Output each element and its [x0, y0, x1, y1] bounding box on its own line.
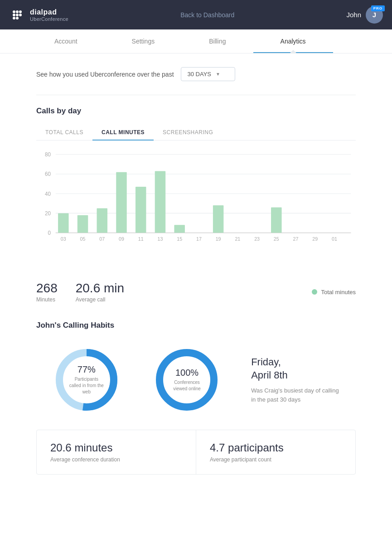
total-minutes-value: 268 [36, 281, 58, 296]
pro-badge-wrap: J PRO [366, 6, 383, 24]
svg-rect-27 [213, 205, 224, 233]
donut2-pct: 100% [169, 368, 205, 378]
bottom-stats: 20.6 minutes Average conference duration… [36, 430, 356, 475]
logo-subtitle: UberConference [30, 16, 68, 22]
svg-rect-20 [58, 213, 69, 233]
svg-text:29: 29 [312, 236, 318, 242]
svg-point-4 [13, 14, 15, 16]
donut-web-participants: 77% Participants called in from the web [50, 344, 123, 416]
svg-point-8 [16, 17, 19, 19]
svg-text:80: 80 [45, 151, 51, 158]
donut1-sub: Participants called in from the web [68, 376, 105, 395]
svg-rect-21 [77, 215, 88, 233]
tab-call-minutes[interactable]: CALL MINUTES [92, 125, 154, 140]
svg-text:23: 23 [254, 236, 260, 242]
bottom-stat-duration-value: 20.6 minutes [50, 441, 182, 454]
donut-conferences-online: 100% Conferences viewed online [150, 344, 223, 416]
logo-title: dialpad [30, 8, 68, 16]
svg-rect-22 [97, 208, 108, 233]
bottom-stat-duration-label: Average conference duration [50, 456, 182, 463]
svg-text:0: 0 [48, 230, 51, 236]
svg-rect-26 [174, 225, 185, 233]
svg-text:20: 20 [45, 210, 51, 217]
main-content: See how you used Uberconference over the… [0, 53, 392, 502]
legend-dot [312, 289, 317, 295]
legend-label: Total minutes [321, 289, 356, 296]
nav-account[interactable]: Account [27, 29, 105, 53]
nav-analytics[interactable]: Analytics [253, 29, 333, 53]
chart-tabs: TOTAL CALLS CALL MINUTES SCREENSHARING [36, 125, 356, 141]
user-name: John [346, 11, 361, 19]
total-minutes-stat: 268 Minutes [36, 281, 58, 303]
svg-rect-23 [116, 172, 127, 233]
chevron-down-icon: ▼ [216, 72, 220, 77]
stats-row: 268 Minutes 20.6 min Average call Total … [36, 276, 356, 303]
svg-text:09: 09 [119, 236, 124, 242]
chart-svg: 80 60 40 20 0 [36, 150, 356, 272]
tab-total-calls[interactable]: TOTAL CALLS [36, 125, 92, 140]
donut2-sub: Conferences viewed online [169, 379, 205, 392]
tab-screensharing[interactable]: SCREENSHARING [154, 125, 222, 140]
app-header: dialpad UberConference Back to Dashboard… [0, 0, 392, 29]
calls-by-day-section: Calls by day TOTAL CALLS CALL MINUTES SC… [36, 107, 356, 303]
svg-text:25: 25 [274, 236, 279, 242]
nav-billing[interactable]: Billing [182, 29, 253, 53]
svg-text:11: 11 [138, 236, 144, 242]
avg-call-label: Average call [76, 296, 124, 303]
bottom-stat-duration: 20.6 minutes Average conference duration [37, 430, 196, 474]
calling-habits-title: John's Calling Habits [36, 321, 356, 330]
svg-text:13: 13 [158, 236, 163, 242]
svg-text:19: 19 [216, 236, 221, 242]
back-to-dashboard[interactable]: Back to Dashboard [180, 11, 234, 19]
section-divider [36, 95, 356, 95]
svg-rect-24 [136, 187, 146, 233]
total-minutes-label: Minutes [36, 296, 58, 303]
svg-text:07: 07 [99, 236, 105, 242]
bottom-stat-participants: 4.7 participants Average participant cou… [196, 430, 355, 474]
busiest-day-title: Friday, April 8th [251, 356, 342, 382]
svg-text:01: 01 [332, 236, 337, 242]
chart-legend: Total minutes [312, 289, 356, 296]
bottom-stat-participants-value: 4.7 participants [210, 441, 342, 454]
calling-habits-section: John's Calling Habits 77% Participants c… [36, 321, 356, 475]
svg-point-5 [16, 14, 19, 16]
svg-point-2 [16, 10, 19, 13]
svg-text:60: 60 [45, 171, 51, 177]
donut1-pct: 77% [68, 364, 105, 375]
logo-area: dialpad UberConference [9, 7, 68, 23]
svg-text:40: 40 [45, 190, 51, 197]
svg-text:15: 15 [177, 236, 182, 242]
svg-point-7 [13, 17, 15, 19]
bar-chart: 80 60 40 20 0 [36, 150, 356, 272]
svg-point-3 [19, 10, 22, 13]
svg-text:05: 05 [80, 236, 86, 242]
svg-point-1 [13, 10, 15, 13]
time-dropdown-value: 30 DAYS [188, 71, 212, 78]
pro-badge: PRO [371, 5, 385, 11]
busiest-day: Friday, April 8th Was Craig's busiest da… [251, 356, 342, 404]
svg-text:21: 21 [235, 236, 240, 242]
main-nav: Account Settings Billing Analytics [0, 29, 392, 53]
avg-call-value: 20.6 min [76, 281, 124, 296]
svg-rect-28 [271, 207, 282, 233]
svg-rect-25 [155, 171, 166, 233]
svg-text:03: 03 [61, 236, 66, 242]
busiest-day-desc: Was Craig's busiest day of calling in th… [251, 386, 342, 404]
svg-point-6 [19, 14, 22, 16]
calls-by-day-title: Calls by day [36, 107, 356, 116]
bottom-stat-participants-label: Average participant count [210, 456, 342, 463]
time-selector: See how you used Uberconference over the… [36, 67, 356, 81]
donut2-center: 100% Conferences viewed online [169, 368, 205, 392]
svg-text:27: 27 [293, 236, 299, 242]
svg-text:17: 17 [196, 236, 202, 242]
avg-call-stat: 20.6 min Average call [76, 281, 124, 303]
donut1-center: 77% Participants called in from the web [68, 364, 105, 395]
nav-settings[interactable]: Settings [105, 29, 182, 53]
time-selector-label: See how you used Uberconference over the… [36, 71, 174, 78]
dialpad-logo-icon [9, 7, 25, 23]
habits-content: 77% Participants called in from the web … [36, 344, 356, 416]
time-dropdown[interactable]: 30 DAYS ▼ [181, 67, 235, 81]
logo-text: dialpad UberConference [30, 8, 68, 22]
header-right: John J PRO [346, 6, 383, 24]
